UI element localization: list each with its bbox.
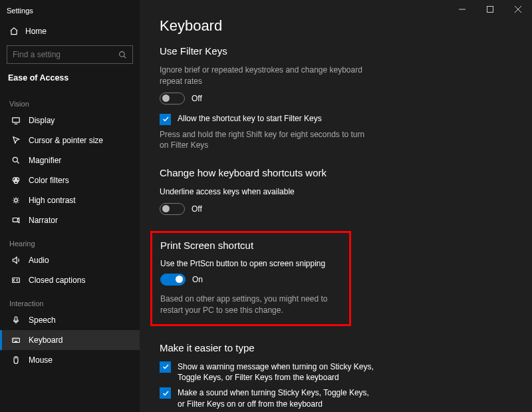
sidebar-home[interactable]: Home xyxy=(0,21,140,41)
sidebar-item-label: Cursor & pointer size xyxy=(29,136,103,145)
svg-rect-9 xyxy=(15,317,17,321)
prtscn-heading: Print Screen shortcut xyxy=(160,240,341,251)
page-title: Keyboard xyxy=(160,17,519,35)
app-title: Settings xyxy=(0,5,140,21)
window-controls xyxy=(448,0,532,19)
svg-rect-12 xyxy=(487,7,493,13)
prtscn-toggle[interactable] xyxy=(160,274,186,286)
search-icon xyxy=(118,51,127,59)
filter-heading: Use Filter Keys xyxy=(160,45,519,57)
highcontrast-icon xyxy=(11,196,21,205)
sidebar-item-colorfilters[interactable]: Color filters xyxy=(0,170,140,190)
sidebar-item-label: Mouse xyxy=(29,355,53,365)
prtscn-toggle-state: On xyxy=(192,275,203,284)
group-label-hearing: Hearing xyxy=(0,230,140,250)
sidebar-item-audio[interactable]: Audio xyxy=(0,250,140,270)
filter-toggle-state: Off xyxy=(192,94,202,103)
sidebar-item-mouse[interactable]: Mouse xyxy=(0,350,140,370)
display-icon xyxy=(11,116,21,125)
keyboard-icon xyxy=(11,335,21,345)
search-input[interactable] xyxy=(7,45,133,64)
minimize-button[interactable] xyxy=(448,0,476,19)
search-field[interactable] xyxy=(13,50,118,59)
filter-check-desc: Press and hold the right Shift key for e… xyxy=(160,129,366,152)
narrator-icon xyxy=(11,216,21,225)
sidebar-item-label: Closed captions xyxy=(29,276,85,285)
underline-access-toggle[interactable] xyxy=(160,203,185,215)
sidebar-item-label: Audio xyxy=(29,256,49,265)
sidebar-item-label: Magnifier xyxy=(29,156,61,165)
sidebar-item-label: Display xyxy=(29,116,55,125)
easier-heading: Make it easier to type xyxy=(160,342,519,353)
sidebar-item-label: Keyboard xyxy=(29,335,63,345)
maximize-button[interactable] xyxy=(476,0,504,19)
shortcuts-toggle-state: Off xyxy=(192,204,202,214)
sidebar-item-label: Color filters xyxy=(29,176,69,185)
sidebar-item-cursor[interactable]: Cursor & pointer size xyxy=(0,130,140,150)
shortcuts-heading: Change how keyboard shortcuts work xyxy=(160,167,519,178)
svg-point-2 xyxy=(13,157,17,162)
svg-point-0 xyxy=(120,51,125,57)
section-shortcuts: Change how keyboard shortcuts work Under… xyxy=(160,167,519,215)
home-label: Home xyxy=(25,27,47,36)
sidebar-item-label: Speech xyxy=(29,315,56,325)
sidebar-item-display[interactable]: Display xyxy=(0,110,140,130)
sidebar-item-highcontrast[interactable]: High contrast xyxy=(0,190,140,210)
easier-check2: Make a sound when turning Sticky Keys, T… xyxy=(178,387,377,410)
sidebar-item-narrator[interactable]: Narrator xyxy=(0,210,140,230)
prtscn-note: Based on other app settings, you might n… xyxy=(160,294,341,316)
audio-icon xyxy=(11,256,21,265)
category-title: Ease of Access xyxy=(0,69,140,91)
close-button[interactable] xyxy=(504,0,532,19)
closedcaptions-icon xyxy=(11,276,21,285)
filter-shortcut-checkbox[interactable] xyxy=(160,114,171,125)
svg-rect-1 xyxy=(13,118,20,122)
svg-rect-7 xyxy=(13,218,17,222)
section-prtscn-highlight: Print Screen shortcut Use the PrtScn but… xyxy=(150,231,351,326)
filter-keys-toggle[interactable] xyxy=(160,93,185,104)
sidebar-item-speech[interactable]: Speech xyxy=(0,310,140,330)
warning-checkbox[interactable] xyxy=(160,361,171,373)
speech-icon xyxy=(11,315,21,325)
sidebar-item-label: Narrator xyxy=(29,216,58,225)
group-label-interaction: Interaction xyxy=(0,290,140,310)
shortcuts-desc: Underline access keys when available xyxy=(160,186,366,198)
main-content: Keyboard Use Filter Keys Ignore brief or… xyxy=(140,0,532,412)
sidebar-item-label: High contrast xyxy=(29,196,76,205)
colorfilters-icon xyxy=(11,176,21,185)
sidebar-item-closedcaptions[interactable]: Closed captions xyxy=(0,270,140,290)
section-easier-type: Make it easier to type Show a warning me… xyxy=(160,342,519,412)
cursor-icon xyxy=(11,136,21,145)
sound-checkbox[interactable] xyxy=(160,387,171,399)
sidebar-item-magnifier[interactable]: Magnifier xyxy=(0,150,140,170)
sidebar: Settings Home Ease of Access Vision Disp… xyxy=(0,0,140,412)
prtscn-desc: Use the PrtScn button to open screen sni… xyxy=(160,259,341,268)
filter-check-label: Allow the shortcut key to start Filter K… xyxy=(178,114,322,123)
section-filter-keys: Use Filter Keys Ignore brief or repeated… xyxy=(160,45,519,151)
svg-point-6 xyxy=(15,199,18,202)
magnifier-icon xyxy=(11,156,21,165)
filter-desc: Ignore brief or repeated keystrokes and … xyxy=(160,65,366,87)
easier-check1: Show a warning message when turning on S… xyxy=(178,361,377,384)
mouse-icon xyxy=(11,355,21,365)
sidebar-item-keyboard[interactable]: Keyboard xyxy=(0,330,140,350)
group-label-vision: Vision xyxy=(0,91,140,110)
home-icon xyxy=(9,27,19,36)
